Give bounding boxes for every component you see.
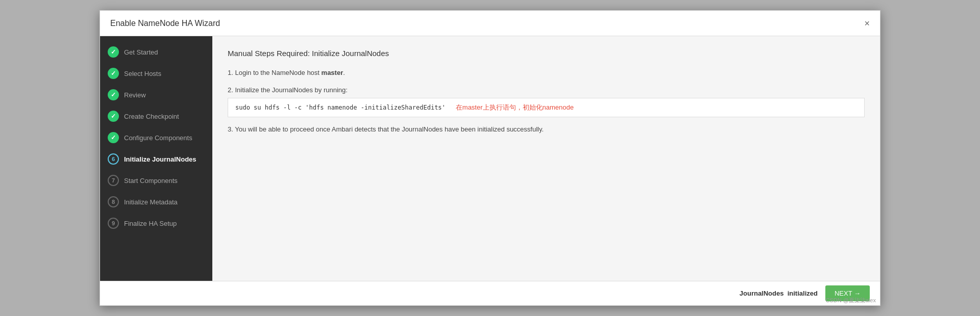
step-8-icon: 8 (108, 196, 119, 207)
sidebar-item-label: Review (124, 91, 146, 99)
step-3-icon (108, 89, 119, 100)
code-block: sudo su hdfs -l -c 'hdfs namenode -initi… (228, 98, 865, 117)
sidebar-item-label: Initialize Metadata (124, 198, 178, 206)
close-button[interactable]: × (864, 19, 870, 28)
step-9-icon: 9 (108, 218, 119, 229)
modal-title: Enable NameNode HA Wizard (110, 19, 220, 28)
sidebar-item-get-started[interactable]: Get Started (100, 41, 212, 63)
sidebar-item-select-hosts[interactable]: Select Hosts (100, 63, 212, 84)
step-6-icon: 6 (108, 153, 119, 165)
code-comment: 在master上执行语句，初始化namenode (456, 102, 574, 113)
sidebar-item-create-checkpoint[interactable]: Create Checkpoint (100, 106, 212, 127)
modal-body: Get Started Select Hosts Review Create C… (100, 36, 880, 281)
sidebar-item-start-components[interactable]: 7 Start Components (100, 170, 212, 191)
step-2-text: Initialize the JournalNodes by running: (235, 86, 347, 94)
sidebar-item-label: Create Checkpoint (124, 113, 179, 120)
step-3-text: You will be able to proceed once Ambari … (235, 125, 544, 133)
step-1: Login to the NameNode host master. (228, 68, 865, 78)
sidebar-item-label: Configure Components (124, 134, 192, 142)
step-2: Initialize the JournalNodes by running: … (228, 85, 865, 117)
step-7-icon: 7 (108, 175, 119, 186)
sidebar-item-label: Start Components (124, 177, 178, 185)
status-value: initialized (788, 289, 818, 297)
sidebar-item-label: Finalize HA Setup (124, 220, 177, 227)
sidebar: Get Started Select Hosts Review Create C… (100, 36, 212, 281)
step-1-bold: master (322, 69, 344, 76)
sidebar-item-initialize-journalnodes[interactable]: 6 Initialize JournalNodes (100, 148, 212, 170)
modal-footer: JournalNodes initialized NEXT → (100, 281, 880, 305)
sidebar-item-initialize-metadata[interactable]: 8 Initialize Metadata (100, 191, 212, 213)
sidebar-item-label: Get Started (124, 48, 158, 56)
content-area: Manual Steps Required: Initialize Journa… (212, 36, 880, 281)
step-1-icon (108, 46, 119, 58)
sidebar-item-configure-components[interactable]: Configure Components (100, 127, 212, 148)
steps-list: Login to the NameNode host master. Initi… (228, 68, 865, 134)
step-4-icon (108, 111, 119, 122)
status-label: JournalNodes (740, 289, 784, 297)
modal-window: Enable NameNode HA Wizard × Get Started … (100, 10, 880, 306)
sidebar-item-review[interactable]: Review (100, 84, 212, 106)
modal-header: Enable NameNode HA Wizard × (100, 11, 880, 36)
status-text: JournalNodes initialized (740, 289, 818, 297)
sidebar-item-label: Initialize JournalNodes (124, 155, 197, 163)
step-2-icon (108, 68, 119, 79)
content-title: Manual Steps Required: Initialize Journa… (228, 49, 865, 58)
code-text: sudo su hdfs -l -c 'hdfs namenode -initi… (235, 103, 446, 112)
step-3: You will be able to proceed once Ambari … (228, 124, 865, 135)
watermark: CSDN @夏柒柒alex (825, 297, 876, 304)
sidebar-item-label: Select Hosts (124, 70, 161, 77)
step-5-icon (108, 132, 119, 143)
sidebar-item-finalize-ha-setup[interactable]: 9 Finalize HA Setup (100, 213, 212, 234)
